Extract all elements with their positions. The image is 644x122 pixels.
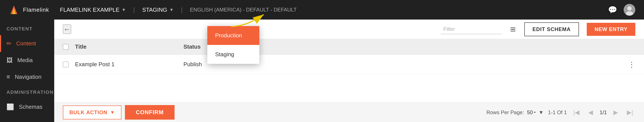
sidebar-item-schemas[interactable]: ⬜ Schemas (0, 98, 54, 115)
layout: CONTENT ✏ Content 🖼 Media ≡ Navigation A… (0, 20, 644, 122)
rows-per-page: Rows Per Page: 50 25 10 ▼ (486, 109, 544, 115)
row-status: Publish (184, 61, 202, 68)
row-title: Example Post 1 (75, 61, 184, 68)
app-name: Flamelink (23, 7, 49, 13)
confirm-button[interactable]: CONFIRM (125, 105, 174, 119)
sidebar-content-label: Content (16, 40, 36, 47)
col-title-header: Title (75, 43, 184, 50)
pagination-area: Rows Per Page: 50 25 10 ▼ 1-1 Of 1 |◀ ◀ … (486, 108, 635, 117)
sidebar-schemas-label: Schemas (19, 103, 42, 110)
bulk-action-label: BULK ACTION (70, 109, 107, 115)
logo-area: Flamelink (9, 5, 49, 15)
staging-nav[interactable]: STAGING ▼ Production Staging (140, 7, 176, 13)
row-actions-menu[interactable]: ⋮ (628, 60, 635, 69)
topnav-right: 💬 (608, 4, 635, 16)
col-status-header: Status (184, 43, 200, 50)
table-header: Title Status (54, 39, 644, 55)
dropdown-item-production[interactable]: Production (207, 26, 259, 45)
bulk-action-button[interactable]: BULK ACTION ▼ (63, 105, 122, 119)
chat-icon[interactable]: 💬 (608, 6, 617, 14)
sidebar-item-media[interactable]: 🖼 Media (0, 52, 54, 69)
sidebar-media-label: Media (17, 57, 33, 64)
edit-schema-button[interactable]: EDIT SCHEMA (524, 22, 579, 36)
sidebar: CONTENT ✏ Content 🖼 Media ≡ Navigation A… (0, 20, 54, 122)
row-checkbox[interactable] (63, 62, 68, 67)
env-dropdown: Production Staging (207, 26, 259, 64)
page-number: 1/1 (600, 109, 607, 115)
grid-view-icon[interactable]: ⊞ (510, 25, 516, 33)
rows-per-page-select[interactable]: 50 25 10 (526, 109, 536, 115)
back-button[interactable]: ← (63, 25, 71, 34)
dropdown-item-staging[interactable]: Staging (207, 45, 259, 64)
flamelink-example-chevron: ▼ (122, 7, 126, 12)
language-selector[interactable]: ENGLISH (AMERICA) - DEFAULT - DEFAULT (190, 7, 297, 13)
sidebar-navigation-label: Navigation (15, 74, 42, 80)
svg-point-4 (627, 6, 632, 11)
rows-per-page-label: Rows Per Page: (486, 109, 524, 115)
bottom-bar: BULK ACTION ▼ CONFIRM Rows Per Page: 50 … (54, 102, 644, 122)
bulk-action-chevron: ▼ (110, 110, 115, 115)
sidebar-section-admin: ADMINISTRATION (0, 85, 54, 98)
topnav: Flamelink FLAMELINK EXAMPLE ▼ | STAGING … (0, 0, 644, 20)
page-range: 1-1 Of 1 (548, 109, 567, 115)
content-header: ← ⊞ EDIT SCHEMA NEW ENTRY (54, 20, 644, 39)
prev-page-button[interactable]: ◀ (586, 108, 595, 117)
last-page-button[interactable]: ▶| (625, 108, 635, 117)
staging-label: STAGING (142, 7, 167, 13)
staging-chevron: ▼ (169, 7, 174, 12)
sidebar-item-navigation[interactable]: ≡ Navigation (0, 69, 54, 85)
select-all-checkbox[interactable] (63, 44, 68, 50)
sidebar-item-content[interactable]: ✏ Content (0, 35, 54, 52)
schemas-icon: ⬜ (6, 103, 14, 110)
nav-separator-1: | (133, 6, 135, 13)
main-content: ← ⊞ EDIT SCHEMA NEW ENTRY Title Status E… (54, 20, 644, 122)
language-label: ENGLISH (AMERICA) - DEFAULT - DEFAULT (190, 7, 297, 13)
flamelink-example-label: FLAMELINK EXAMPLE (60, 7, 120, 13)
media-icon: 🖼 (6, 57, 12, 64)
nav-separator-2: | (181, 6, 182, 13)
first-page-button[interactable]: |◀ (571, 108, 582, 117)
filter-input[interactable] (441, 24, 502, 34)
flamelink-example-nav[interactable]: FLAMELINK EXAMPLE ▼ (58, 7, 128, 13)
content-icon: ✏ (6, 40, 12, 47)
next-page-button[interactable]: ▶ (611, 108, 620, 117)
new-entry-button[interactable]: NEW ENTRY (587, 23, 635, 36)
flamelink-logo (9, 5, 19, 15)
navigation-icon: ≡ (6, 73, 10, 80)
sidebar-section-content: CONTENT (0, 26, 54, 35)
avatar[interactable] (624, 4, 635, 16)
rows-per-page-chevron: ▼ (538, 109, 544, 115)
table-row: Example Post 1 Publish ⋮ (54, 55, 644, 74)
